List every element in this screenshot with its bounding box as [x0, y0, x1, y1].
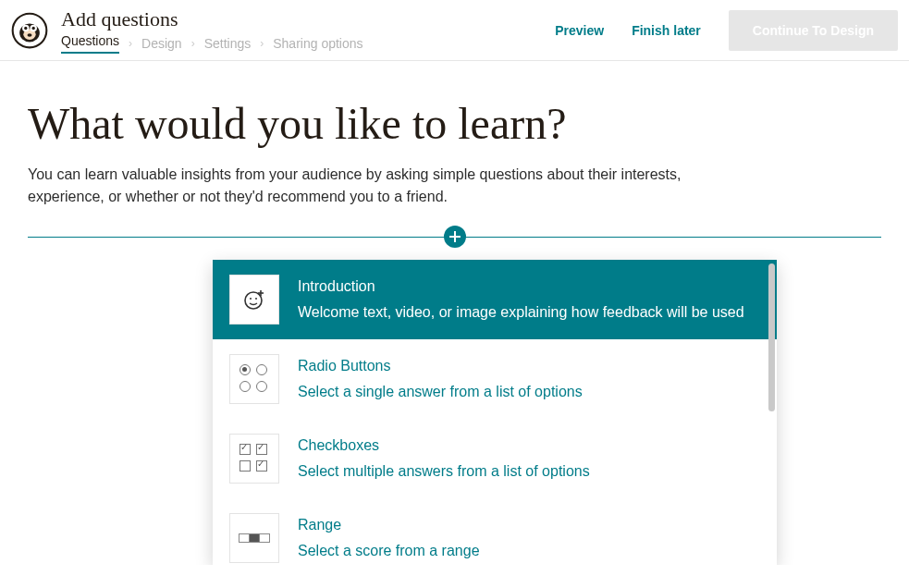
add-divider [28, 236, 881, 238]
range-icon [229, 513, 279, 563]
header-left: Add questions Questions › Design › Setti… [11, 7, 363, 54]
add-question-button[interactable] [444, 226, 466, 248]
finish-later-link[interactable]: Finish later [632, 23, 701, 38]
plus-icon [448, 230, 461, 243]
svg-point-6 [32, 26, 35, 29]
header-right: Preview Finish later Continue To Design [555, 10, 898, 51]
svg-point-12 [255, 298, 257, 300]
dropdown-item-radio[interactable]: Radio Buttons Select a single answer fro… [213, 339, 777, 419]
checkboxes-icon [229, 434, 279, 484]
breadcrumb-sharing[interactable]: Sharing options [273, 36, 362, 51]
chevron-right-icon: › [191, 37, 195, 50]
svg-point-10 [245, 292, 262, 309]
svg-point-11 [250, 298, 252, 300]
svg-point-7 [28, 33, 32, 36]
continue-button[interactable]: Continue To Design [729, 10, 898, 51]
dropdown-item-title: Radio Buttons [298, 358, 760, 374]
dropdown-item-desc: Select a single answer from a list of op… [298, 384, 760, 400]
app-header: Add questions Questions › Design › Setti… [0, 0, 909, 61]
dropdown-item-desc: Select multiple answers from a list of o… [298, 463, 760, 480]
app-logo[interactable] [11, 12, 48, 49]
dropdown-item-checkboxes[interactable]: Checkboxes Select multiple answers from … [213, 419, 777, 498]
breadcrumb: Questions › Design › Settings › Sharing … [61, 33, 363, 54]
main-heading: What would you like to learn? [28, 98, 881, 149]
svg-point-5 [24, 26, 27, 29]
breadcrumb-questions[interactable]: Questions [61, 33, 119, 54]
dropdown-item-desc: Select a score from a range [298, 543, 760, 559]
question-type-dropdown: Introduction Welcome text, video, or ima… [213, 260, 777, 565]
svg-rect-9 [449, 236, 461, 238]
chevron-right-icon: › [260, 37, 264, 50]
scrollbar[interactable] [768, 263, 775, 411]
breadcrumb-settings[interactable]: Settings [204, 36, 252, 51]
main-content: What would you like to learn? You can le… [0, 61, 909, 565]
dropdown-item-title: Introduction [298, 278, 760, 295]
header-title-area: Add questions Questions › Design › Setti… [61, 7, 363, 54]
dropdown-item-desc: Welcome text, video, or image explaining… [298, 304, 760, 321]
dropdown-item-title: Range [298, 517, 760, 533]
preview-link[interactable]: Preview [555, 23, 604, 38]
page-title: Add questions [61, 7, 363, 31]
introduction-icon [229, 275, 279, 325]
main-subtext: You can learn valuable insights from you… [28, 164, 731, 208]
dropdown-item-introduction[interactable]: Introduction Welcome text, video, or ima… [213, 260, 777, 339]
breadcrumb-design[interactable]: Design [141, 36, 182, 51]
radio-buttons-icon [229, 354, 279, 404]
dropdown-item-title: Checkboxes [298, 437, 760, 454]
dropdown-item-range[interactable]: Range Select a score from a range [213, 498, 777, 565]
chevron-right-icon: › [129, 37, 132, 50]
